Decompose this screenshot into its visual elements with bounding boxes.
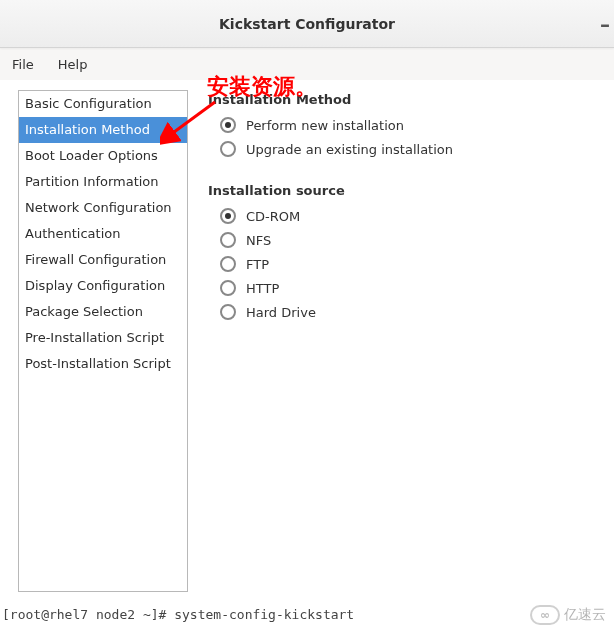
radio-label-cdrom: CD-ROM <box>246 209 300 224</box>
menu-file[interactable]: File <box>6 53 40 76</box>
sidebar-item-display-configuration[interactable]: Display Configuration <box>19 273 187 299</box>
sidebar-item-basic-configuration[interactable]: Basic Configuration <box>19 91 187 117</box>
installation-method-title: Installation Method <box>208 92 614 107</box>
sidebar-item-post-installation-script[interactable]: Post-Installation Script <box>19 351 187 377</box>
menu-help[interactable]: Help <box>52 53 94 76</box>
radio-hard-drive[interactable] <box>220 304 236 320</box>
radio-row-perform[interactable]: Perform new installation <box>208 113 614 137</box>
sidebar-item-authentication[interactable]: Authentication <box>19 221 187 247</box>
radio-upgrade-existing-installation[interactable] <box>220 141 236 157</box>
watermark-text: 亿速云 <box>564 606 606 624</box>
radio-nfs[interactable] <box>220 232 236 248</box>
installation-source-group: Installation source CD-ROM NFS FTP HTTP … <box>208 183 614 324</box>
radio-label-upgrade: Upgrade an existing installation <box>246 142 453 157</box>
sidebar-item-partition-information[interactable]: Partition Information <box>19 169 187 195</box>
radio-cdrom[interactable] <box>220 208 236 224</box>
sidebar-item-installation-method[interactable]: Installation Method <box>19 117 187 143</box>
sidebar-item-network-configuration[interactable]: Network Configuration <box>19 195 187 221</box>
radio-label-perform: Perform new installation <box>246 118 404 133</box>
main-panel: Installation Method Perform new installa… <box>188 90 614 592</box>
radio-ftp[interactable] <box>220 256 236 272</box>
radio-label-ftp: FTP <box>246 257 269 272</box>
titlebar: Kickstart Configurator – <box>0 0 614 48</box>
sidebar-item-firewall-configuration[interactable]: Firewall Configuration <box>19 247 187 273</box>
sidebar-item-package-selection[interactable]: Package Selection <box>19 299 187 325</box>
window-title: Kickstart Configurator <box>219 16 395 32</box>
radio-row-http[interactable]: HTTP <box>208 276 614 300</box>
installation-method-group: Installation Method Perform new installa… <box>208 92 614 161</box>
radio-http[interactable] <box>220 280 236 296</box>
minimize-icon[interactable]: – <box>600 12 610 36</box>
terminal-line: [root@rhel7 node2 ~]# system-config-kick… <box>0 603 614 629</box>
sidebar-item-boot-loader-options[interactable]: Boot Loader Options <box>19 143 187 169</box>
sidebar: Basic Configuration Installation Method … <box>18 90 188 592</box>
radio-label-http: HTTP <box>246 281 279 296</box>
sidebar-item-pre-installation-script[interactable]: Pre-Installation Script <box>19 325 187 351</box>
radio-row-ftp[interactable]: FTP <box>208 252 614 276</box>
watermark: ∞ 亿速云 <box>530 605 606 625</box>
radio-row-nfs[interactable]: NFS <box>208 228 614 252</box>
radio-label-nfs: NFS <box>246 233 271 248</box>
radio-row-upgrade[interactable]: Upgrade an existing installation <box>208 137 614 161</box>
radio-row-cdrom[interactable]: CD-ROM <box>208 204 614 228</box>
cloud-icon: ∞ <box>530 605 560 625</box>
radio-perform-new-installation[interactable] <box>220 117 236 133</box>
menubar: File Help <box>0 48 614 80</box>
content-area: Basic Configuration Installation Method … <box>0 80 614 592</box>
radio-label-harddrive: Hard Drive <box>246 305 316 320</box>
installation-source-title: Installation source <box>208 183 614 198</box>
radio-row-harddrive[interactable]: Hard Drive <box>208 300 614 324</box>
